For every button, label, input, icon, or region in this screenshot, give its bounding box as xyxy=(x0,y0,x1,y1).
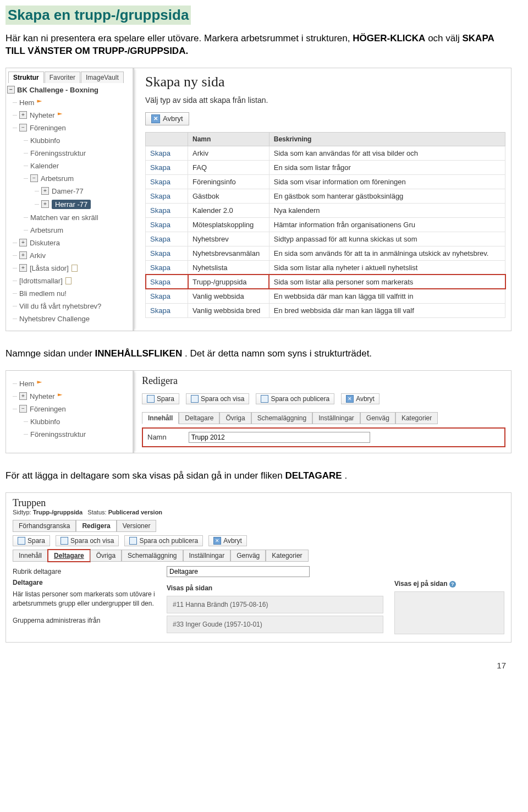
tree-item[interactable]: Klubbinfo xyxy=(6,134,133,147)
cancel-button[interactable]: ✕Avbryt xyxy=(208,535,247,546)
table-row[interactable]: SkapaFAQEn sida som listar frågor xyxy=(146,160,505,174)
skapa-link[interactable]: Skapa xyxy=(146,260,188,275)
skapa-link[interactable]: Skapa xyxy=(146,174,188,189)
tree-item[interactable]: Nyheter xyxy=(6,390,133,403)
table-row[interactable]: SkapaNyhetslistaSida som listar alla nyh… xyxy=(146,260,505,275)
tree-item[interactable]: [Låsta sidor] xyxy=(6,262,133,275)
tree-item[interactable]: [Idrottsmallar] xyxy=(6,275,133,287)
tree-item[interactable]: Föreningsstruktur xyxy=(6,428,133,441)
tab-schemalaggning[interactable]: Schemaläggning xyxy=(122,550,183,562)
help-icon[interactable]: ? xyxy=(449,581,456,588)
tab-innehall[interactable]: Innehåll xyxy=(142,412,179,424)
save-publish-button[interactable]: Spara och publicera xyxy=(256,393,334,404)
skapa-link[interactable]: Skapa xyxy=(146,217,188,232)
tab-deltagare[interactable]: Deltagare xyxy=(48,550,90,562)
tab-kategorier[interactable]: Kategorier xyxy=(266,550,308,562)
name-cell: Vanlig webbsida bred xyxy=(188,303,270,317)
tab-installningar[interactable]: Inställningar xyxy=(183,550,231,562)
tree-item[interactable]: Arbetsrum xyxy=(6,172,133,185)
tree-item[interactable]: Vill du få vårt nyhetsbrev? xyxy=(6,300,133,312)
table-row[interactable]: SkapaVanlig webbsidaEn webbsida där man … xyxy=(146,289,505,303)
tab-forhandsgranska[interactable]: Förhandsgranska xyxy=(13,520,76,532)
tree-item[interactable]: Föreningen xyxy=(6,122,133,134)
skapa-link[interactable]: Skapa xyxy=(146,246,188,260)
tree-item[interactable]: Arbetsrum xyxy=(6,224,133,237)
tree-item[interactable]: Klubbinfo xyxy=(6,415,133,428)
tree-item[interactable]: Damer-77 xyxy=(6,185,133,197)
save-button[interactable]: Spara xyxy=(142,393,179,404)
table-row[interactable]: SkapaKalender 2.0Nya kalendern xyxy=(146,203,505,217)
tab-deltagare[interactable]: Deltagare xyxy=(179,412,219,424)
table-row[interactable]: SkapaMötesplatskopplingHämtar informatio… xyxy=(146,217,505,232)
tab-struktur[interactable]: Struktur xyxy=(8,72,44,83)
save-view-button[interactable]: Spara och visa xyxy=(186,393,249,404)
tab-innehall[interactable]: Innehåll xyxy=(13,550,48,562)
save-publish-button[interactable]: Spara och publicera xyxy=(124,535,203,546)
tree-item[interactable]: Matchen var en skräll xyxy=(6,211,133,224)
skapa-link[interactable]: Skapa xyxy=(146,232,188,246)
tab-imagevault[interactable]: ImageVault xyxy=(81,72,124,83)
collapse-icon[interactable] xyxy=(30,174,38,182)
table-row[interactable]: SkapaNyhetsbrevSidtyp anpassad för att k… xyxy=(146,232,505,246)
table-row[interactable]: SkapaGästbokEn gästbok som hanterar gäst… xyxy=(146,189,505,203)
tree-item[interactable]: Diskutera xyxy=(6,237,133,249)
tab-schemalaggning[interactable]: Schemaläggning xyxy=(251,412,312,424)
tree-item[interactable]: Herrar -77 xyxy=(6,197,133,211)
description-cell: Sidtyp anpassad för att kunna skickas ut… xyxy=(269,232,505,246)
tree-item[interactable]: Kalender xyxy=(6,160,133,172)
table-row[interactable]: SkapaArkivSida som kan användas för att … xyxy=(146,146,505,160)
expand-icon[interactable] xyxy=(19,111,27,119)
tree-item[interactable]: Hem xyxy=(6,96,133,109)
expand-icon[interactable] xyxy=(19,251,27,259)
skapa-link[interactable]: Skapa xyxy=(146,189,188,203)
skapa-link[interactable]: Skapa xyxy=(146,203,188,217)
table-row[interactable]: SkapaNyhetsbrevsanmälanEn sida som använ… xyxy=(146,246,505,260)
table-row[interactable]: SkapaTrupp-/gruppsidaSida som listar all… xyxy=(146,275,505,289)
tree-item[interactable]: Bli medlem nu! xyxy=(6,287,133,300)
tree-item[interactable]: Nyhetsbrev Challenge xyxy=(6,312,133,325)
table-row[interactable]: SkapaFöreningsinfoSida som visar informa… xyxy=(146,174,505,189)
collapse-icon[interactable] xyxy=(7,86,15,94)
label: Spara och visa xyxy=(201,395,244,403)
participant-item[interactable]: #33 Inger Goude (1957-10-01) xyxy=(167,616,383,633)
tab-genvag[interactable]: Genväg xyxy=(360,412,395,424)
skapa-link[interactable]: Skapa xyxy=(146,146,188,160)
skapa-link[interactable]: Skapa xyxy=(146,289,188,303)
skapa-link[interactable]: Skapa xyxy=(146,275,188,289)
name-input[interactable] xyxy=(189,432,370,443)
expand-icon[interactable] xyxy=(41,200,49,208)
expand-icon[interactable] xyxy=(19,239,27,246)
tab-kategorier[interactable]: Kategorier xyxy=(395,412,438,424)
tree-item[interactable]: Föreningsstruktur xyxy=(6,147,133,160)
tree-item[interactable]: Arkiv xyxy=(6,249,133,262)
participant-item[interactable]: #11 Hanna Brändh (1975-08-16) xyxy=(167,596,383,613)
cancel-button[interactable]: ✕ Avbryt xyxy=(145,112,189,125)
flag-icon xyxy=(58,393,63,399)
cancel-button[interactable]: ✕Avbryt xyxy=(341,393,380,404)
collapse-icon[interactable] xyxy=(19,124,27,131)
tree-item[interactable]: Föreningen xyxy=(6,403,133,415)
rubrik-input[interactable] xyxy=(167,566,310,577)
collapse-icon[interactable] xyxy=(19,405,27,413)
tab-versioner[interactable]: Versioner xyxy=(117,520,157,532)
expand-icon[interactable] xyxy=(41,187,49,195)
save-button[interactable]: Spara xyxy=(13,535,50,546)
tab-installningar[interactable]: Inställningar xyxy=(312,412,360,424)
tab-redigera[interactable]: Redigera xyxy=(76,520,116,532)
save-view-button[interactable]: Spara och visa xyxy=(56,535,119,546)
skapa-link[interactable]: Skapa xyxy=(146,303,188,317)
tree-item[interactable]: Hem xyxy=(6,377,133,390)
table-row[interactable]: SkapaVanlig webbsida bredEn bred webbsid… xyxy=(146,303,505,317)
col-namn: Namn xyxy=(188,132,270,146)
tab-genvag[interactable]: Genväg xyxy=(230,550,266,562)
expand-icon[interactable] xyxy=(19,264,27,272)
tree-item[interactable]: Nyheter xyxy=(6,109,133,122)
skapa-link[interactable]: Skapa xyxy=(146,160,188,174)
tab-favoriter[interactable]: Favoriter xyxy=(45,72,80,83)
save-publish-icon xyxy=(129,537,137,545)
tree-root[interactable]: BK Challenge - Boxning xyxy=(6,83,133,94)
tab-ovriga[interactable]: Övriga xyxy=(219,412,251,424)
expand-icon[interactable] xyxy=(19,392,27,400)
empty-dropzone[interactable] xyxy=(394,591,504,634)
tab-ovriga[interactable]: Övriga xyxy=(90,550,122,562)
